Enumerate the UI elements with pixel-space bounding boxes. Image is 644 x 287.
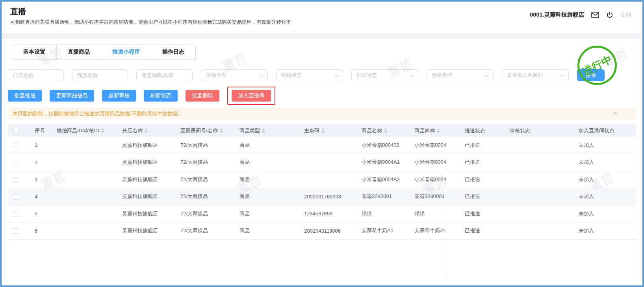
- cell-wx-id: [52, 154, 117, 171]
- cell-push: 已推送: [446, 205, 505, 222]
- activity-type-select[interactable]: 活动类型: [201, 69, 268, 81]
- cell-barcode: [299, 171, 357, 188]
- tab-basic-settings[interactable]: 基本设置: [12, 45, 57, 59]
- cell-push: 已推送: [446, 188, 505, 206]
- cell-barcode: 1234567859: [299, 205, 357, 222]
- col-header-room[interactable]: 直播房间号/名称: [176, 124, 235, 137]
- join-live-room-button[interactable]: 加入直播间: [232, 90, 271, 102]
- cell-wx-id: [52, 137, 117, 154]
- table-row: 1 灵蕨科技旗舰店 72/大网膜品 商品 小米音箱000402 小米音箱0004…: [8, 137, 636, 154]
- cell-wx-id: [52, 205, 117, 222]
- sort-icon[interactable]: [262, 128, 265, 133]
- cell-room: 72/大网膜品: [176, 188, 235, 206]
- cell-room: 72/大网膜品: [176, 222, 235, 240]
- cell-name: 安慕希牛奶A1: [357, 222, 410, 240]
- cell-store: 灵蕨科技旗舰店: [117, 188, 176, 206]
- product-code-input[interactable]: [136, 69, 193, 81]
- joined-live-select[interactable]: 是否加入直播间: [502, 69, 569, 81]
- content-card: 基本设置 直播商品 推送小程序 操作日志 活动类型 审核状态 推送状态 价格类型…: [2, 39, 642, 279]
- col-header-joined: 加入直播间状态: [562, 124, 636, 137]
- re-audit-button[interactable]: 重新审核: [102, 90, 136, 102]
- tab-operation-log[interactable]: 操作日志: [151, 45, 195, 59]
- cell-seq: 2: [26, 154, 52, 171]
- sort-icon[interactable]: [220, 128, 223, 133]
- cell-audit: [505, 205, 562, 222]
- store-name-input[interactable]: [8, 69, 64, 81]
- cell-barcode: 2002043119006: [299, 222, 357, 240]
- table-header-row: 序号 微信商品ID/审核ID 分店名称 直播房间号/名称 商品类型 主条码 商品…: [8, 124, 636, 137]
- table-row: 2 灵蕨科技旗舰店 72/大网膜品 商品 小米音箱0004A1 小米音箱0004…: [8, 154, 636, 171]
- cell-seq: 1: [26, 137, 52, 154]
- mail-icon[interactable]: [591, 12, 599, 18]
- col-header-name[interactable]: 商品名称: [357, 124, 410, 137]
- warning-banner-text: 本页面的删除，仅删除微信后台推送的直播商品数据,不删除系统中的数据。: [13, 110, 183, 117]
- cell-store: 灵蕨科技旗舰店: [117, 222, 176, 240]
- cell-push: 已推送: [446, 154, 505, 171]
- chevron-down-icon: [259, 72, 264, 77]
- row-checkbox[interactable]: [13, 143, 18, 148]
- cell-name: 小米音箱0004A1: [357, 154, 410, 171]
- batch-delete-button[interactable]: 批量删除: [186, 90, 219, 102]
- row-checkbox[interactable]: [13, 177, 18, 183]
- batch-push-button[interactable]: 批量推送: [8, 90, 42, 102]
- cell-audit: [505, 171, 562, 188]
- price-type-select[interactable]: 价格类型: [427, 69, 494, 81]
- select-all-checkbox[interactable]: [13, 128, 19, 133]
- sort-icon[interactable]: [145, 128, 148, 133]
- col-header-barcode[interactable]: 主条码: [299, 124, 357, 137]
- top-header: 直播 可创建直播间关联直播活动，借助小程序丰富的营销功能，使得用户可以在小程序内…: [2, 2, 642, 33]
- cell-type: 商品: [235, 222, 299, 240]
- tab-live-products[interactable]: 直播商品: [57, 45, 101, 59]
- cell-seq: 5: [26, 205, 52, 222]
- header-divider-band: [2, 33, 642, 39]
- in-progress-stamp-text: 进行中: [580, 52, 614, 79]
- cell-room: 72/大网膜品: [176, 154, 235, 171]
- refresh-status-button[interactable]: 刷新状态: [144, 90, 178, 102]
- cell-audit: [505, 154, 562, 171]
- cell-barcode: [299, 154, 357, 171]
- joined-live-value: 是否加入直播间: [507, 72, 543, 78]
- price-type-value: 价格类型: [432, 72, 452, 78]
- cell-name: 绿绿: [357, 205, 410, 222]
- col-header-type[interactable]: 商品类型: [235, 124, 299, 137]
- products-table: 序号 微信商品ID/审核ID 分店名称 直播房间号/名称 商品类型 主条码 商品…: [8, 124, 636, 240]
- tab-push-miniprogram[interactable]: 推送小程序: [101, 45, 151, 59]
- banner-close-icon[interactable]: ×: [613, 110, 617, 117]
- filter-bar: 活动类型 审核状态 推送状态 价格类型 是否加入直播间 搜索: [8, 69, 636, 81]
- cell-audit: [505, 222, 562, 240]
- table-row: 3 灵蕨科技旗舰店 72/大网膜品 商品 小米音箱0004A3 小米音箱0004…: [8, 171, 636, 188]
- col-header-store[interactable]: 分店名称: [117, 124, 176, 137]
- sort-icon[interactable]: [437, 128, 440, 133]
- sort-icon[interactable]: [101, 128, 104, 133]
- cell-seq: 6: [26, 222, 52, 240]
- product-name-input[interactable]: [72, 69, 128, 81]
- col-header-wx-id[interactable]: 微信商品ID/审核ID: [52, 124, 117, 137]
- col-header-short-name[interactable]: 商品简称: [410, 124, 446, 137]
- cell-wx-id: [52, 171, 117, 188]
- chevron-down-icon: [334, 72, 339, 77]
- cell-wx-id: [52, 222, 117, 240]
- audit-status-select[interactable]: 审核状态: [276, 69, 343, 81]
- cell-short-name: 音箱3280001: [410, 188, 446, 206]
- col-header-push: 推送状态: [446, 124, 505, 137]
- push-status-value: 推送状态: [356, 72, 377, 78]
- cell-joined: 未加入: [562, 188, 636, 206]
- warning-banner: 本页面的删除，仅删除微信后台推送的直播商品数据,不删除系统中的数据。 ×: [8, 108, 636, 119]
- sort-icon[interactable]: [321, 128, 325, 133]
- cell-barcode: [299, 137, 357, 154]
- row-checkbox[interactable]: [13, 228, 18, 234]
- row-checkbox[interactable]: [13, 211, 18, 217]
- header-right: 0001.灵蕨科技旗舰店 注销: [530, 11, 631, 19]
- push-status-select[interactable]: 推送状态: [351, 69, 418, 81]
- update-product-info-button[interactable]: 更新商品信息: [50, 90, 94, 102]
- cell-type: 商品: [235, 171, 299, 188]
- activity-type-value: 活动类型: [206, 72, 226, 78]
- cell-type: 商品: [235, 205, 299, 222]
- cell-type: 商品: [235, 188, 299, 206]
- logout-link[interactable]: 注销: [620, 11, 631, 19]
- row-checkbox[interactable]: [13, 194, 18, 200]
- cell-wx-id: [52, 188, 117, 206]
- row-checkbox[interactable]: [13, 160, 18, 165]
- power-icon[interactable]: [606, 11, 613, 19]
- sort-icon[interactable]: [384, 128, 387, 133]
